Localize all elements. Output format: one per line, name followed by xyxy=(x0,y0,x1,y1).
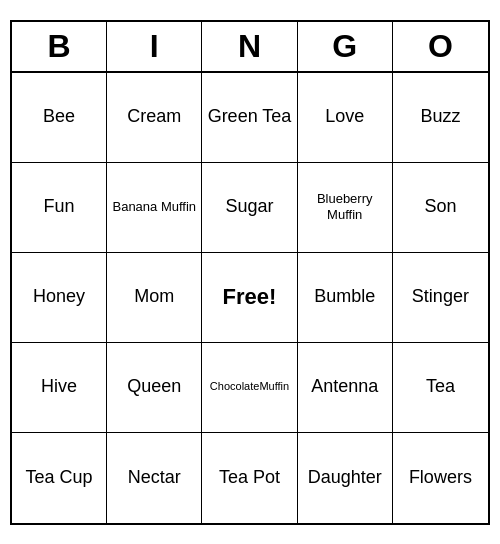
bingo-cell-r1-c3: Blueberry Muffin xyxy=(298,163,393,253)
header-letter-o: O xyxy=(393,22,488,71)
bingo-cell-r3-c3: Antenna xyxy=(298,343,393,433)
header-letter-n: N xyxy=(202,22,297,71)
bingo-cell-r0-c1: Cream xyxy=(107,73,202,163)
bingo-cell-r3-c1: Queen xyxy=(107,343,202,433)
bingo-cell-r1-c1: Banana Muffin xyxy=(107,163,202,253)
bingo-cell-r3-c4: Tea xyxy=(393,343,488,433)
bingo-cell-r3-c2: ChocolateMuffin xyxy=(202,343,297,433)
bingo-grid: BeeCreamGreen TeaLoveBuzzFunBanana Muffi… xyxy=(12,73,488,523)
bingo-cell-r0-c4: Buzz xyxy=(393,73,488,163)
bingo-cell-r1-c4: Son xyxy=(393,163,488,253)
bingo-cell-r4-c1: Nectar xyxy=(107,433,202,523)
bingo-cell-r2-c1: Mom xyxy=(107,253,202,343)
bingo-cell-r0-c2: Green Tea xyxy=(202,73,297,163)
bingo-cell-r0-c3: Love xyxy=(298,73,393,163)
bingo-cell-r2-c3: Bumble xyxy=(298,253,393,343)
bingo-cell-r3-c0: Hive xyxy=(12,343,107,433)
header-letter-b: B xyxy=(12,22,107,71)
header-letter-g: G xyxy=(298,22,393,71)
bingo-cell-r0-c0: Bee xyxy=(12,73,107,163)
bingo-cell-r1-c2: Sugar xyxy=(202,163,297,253)
bingo-cell-r1-c0: Fun xyxy=(12,163,107,253)
bingo-card: BINGO BeeCreamGreen TeaLoveBuzzFunBanana… xyxy=(10,20,490,525)
bingo-cell-r4-c0: Tea Cup xyxy=(12,433,107,523)
bingo-cell-r2-c2: Free! xyxy=(202,253,297,343)
bingo-cell-r4-c3: Daughter xyxy=(298,433,393,523)
bingo-cell-r2-c0: Honey xyxy=(12,253,107,343)
bingo-cell-r4-c2: Tea Pot xyxy=(202,433,297,523)
bingo-cell-r4-c4: Flowers xyxy=(393,433,488,523)
bingo-cell-r2-c4: Stinger xyxy=(393,253,488,343)
bingo-header: BINGO xyxy=(12,22,488,73)
header-letter-i: I xyxy=(107,22,202,71)
